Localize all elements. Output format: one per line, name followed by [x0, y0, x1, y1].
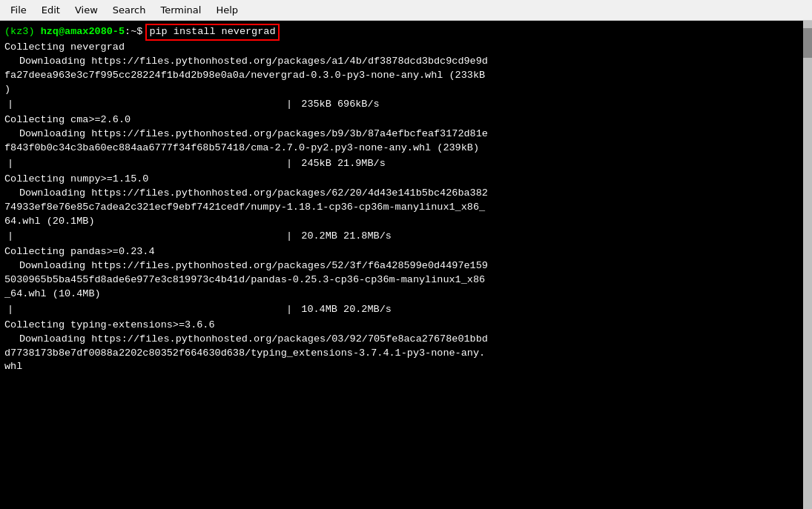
line-collecting-pandas: Collecting pandas>=0.23.4: [4, 245, 799, 259]
scrollbar[interactable]: [803, 21, 812, 509]
terminal-body[interactable]: (kz3) hzq@amax2080-5 :~$ pip install nev…: [0, 21, 803, 509]
line-collecting-typing: Collecting typing-extensions>=3.6.6: [4, 319, 799, 333]
progress-row-4: | | 10.4MB 20.2MB/s: [4, 303, 799, 317]
menu-edit[interactable]: Edit: [34, 3, 67, 17]
progress-stats-4: 10.4MB 20.2MB/s: [295, 303, 392, 317]
progress-bar-2: [16, 158, 283, 170]
progress-stats-3: 20.2MB 21.8MB/s: [295, 230, 392, 244]
scrollbar-thumb[interactable]: [803, 28, 812, 58]
menu-search[interactable]: Search: [105, 3, 154, 17]
terminal-wrapper: (kz3) hzq@amax2080-5 :~$ pip install nev…: [0, 21, 812, 509]
progress-bar-1: [16, 99, 283, 111]
progress-row-1: | | 235kB 696kB/s: [4, 98, 799, 112]
line-downloading-cma-2: f843f0b0c34c3ba60ec884aa6777f34f68b57418…: [4, 142, 799, 156]
progress-row-3: | | 20.2MB 21.8MB/s: [4, 230, 799, 244]
line-downloading-cma-1: Downloading https://files.pythonhosted.o…: [19, 127, 799, 142]
line-downloading-numpy-1: Downloading https://files.pythonhosted.o…: [19, 187, 799, 201]
line-downloading-numpy-3: 64.whl (20.1MB): [4, 215, 799, 229]
line-downloading-typing-2: d7738173b8e7df0088a2202c80352f664630d638…: [4, 347, 799, 361]
hostname: hzq@amax2080-5: [41, 25, 125, 39]
line-collecting-nevergrad: Collecting nevergrad: [4, 41, 799, 55]
line-collecting-cma: Collecting cma>=2.6.0: [4, 113, 799, 127]
line-downloading-pandas-2: 5030965b5ba455fd8ade6e977e3c819973c4b41d…: [4, 273, 799, 287]
line-downloading-pandas-1: Downloading https://files.pythonhosted.o…: [19, 259, 799, 273]
line-collecting-numpy: Collecting numpy>=1.15.0: [4, 173, 799, 187]
line-downloading-typing-1: Downloading https://files.pythonhosted.o…: [19, 333, 799, 347]
menu-terminal[interactable]: Terminal: [153, 3, 208, 17]
progress-row-2: | | 245kB 21.9MB/s: [4, 157, 799, 171]
path: :~$: [125, 25, 142, 39]
line-downloading-pandas-3: _64.whl (10.4MB): [4, 287, 799, 302]
menu-view[interactable]: View: [67, 3, 105, 17]
progress-bar-3: [16, 231, 283, 243]
line-downloading-nevergrad-1: Downloading https://files.pythonhosted.o…: [19, 55, 799, 69]
command-input: pip install nevergrad: [145, 24, 279, 41]
line-downloading-numpy-2: 74933ef8e76e85c7adea2c321ecf9ebf7421cedf…: [4, 201, 799, 215]
terminal-window: File Edit View Search Terminal Help (kz3…: [0, 0, 812, 509]
menu-help[interactable]: Help: [208, 3, 245, 17]
env-name: (kz3): [4, 25, 35, 39]
progress-bar-4: [16, 304, 283, 316]
menu-bar: File Edit View Search Terminal Help: [0, 0, 812, 21]
progress-stats-2: 245kB 21.9MB/s: [295, 157, 386, 171]
prompt-line: (kz3) hzq@amax2080-5 :~$ pip install nev…: [4, 24, 799, 41]
line-downloading-nevergrad-2: fa27deea963e3c7f995cc28224f1b4d2b98e0a0a…: [4, 69, 799, 83]
line-paren-1: ): [4, 83, 799, 97]
progress-stats-1: 235kB 696kB/s: [295, 98, 379, 112]
menu-file[interactable]: File: [3, 3, 34, 17]
line-downloading-typing-3: whl: [4, 360, 799, 374]
